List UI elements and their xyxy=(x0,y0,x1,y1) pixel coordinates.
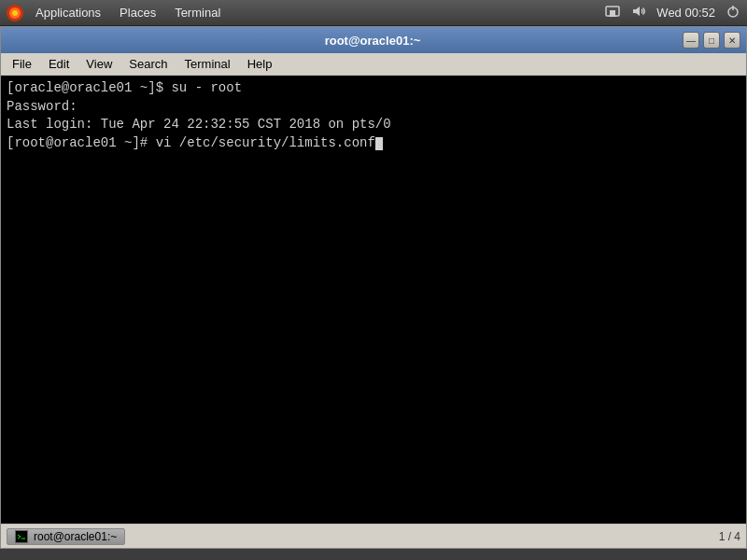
terminal-window: root@oracle01:~ — □ ✕ File Edit View Sea… xyxy=(0,26,747,549)
taskbar-left: Applications Places Terminal xyxy=(6,4,228,22)
menu-file[interactable]: File xyxy=(5,55,39,73)
window-controls: — □ ✕ xyxy=(683,32,740,49)
svg-marker-7 xyxy=(633,7,640,16)
menu-view[interactable]: View xyxy=(78,55,120,73)
terminal-line-2: Password: xyxy=(7,98,740,117)
terminal-small-icon xyxy=(15,530,28,543)
taskbar-terminal-btn[interactable]: root@oracle01:~ xyxy=(7,528,125,545)
maximize-button[interactable]: □ xyxy=(703,32,720,49)
places-menu[interactable]: Places xyxy=(112,4,163,21)
menu-terminal[interactable]: Terminal xyxy=(177,55,238,73)
taskbar-logo[interactable] xyxy=(6,4,24,22)
close-button[interactable]: ✕ xyxy=(724,32,740,49)
menu-help[interactable]: Help xyxy=(240,55,280,73)
status-bar: root@oracle01:~ 1 / 4 xyxy=(1,524,746,548)
volume-icon[interactable] xyxy=(630,3,647,22)
terminal-line-4: [root@oracle01 ~]# vi /etc/security/limi… xyxy=(7,134,740,153)
menu-bar: File Edit View Search Terminal Help xyxy=(1,53,746,76)
applications-menu[interactable]: Applications xyxy=(28,4,108,21)
terminal-cursor xyxy=(375,137,383,150)
window-title: root@oracle01:~ xyxy=(63,34,683,48)
terminal-menu[interactable]: Terminal xyxy=(167,4,228,21)
page-indicator: 1 / 4 xyxy=(719,530,740,543)
taskbar: Applications Places Terminal Wed 00:52 xyxy=(0,0,747,26)
menu-edit[interactable]: Edit xyxy=(41,55,77,73)
terminal-line-3: Last login: Tue Apr 24 22:32:55 CST 2018… xyxy=(7,116,740,134)
title-bar: root@oracle01:~ — □ ✕ xyxy=(1,27,746,53)
svg-rect-6 xyxy=(609,16,616,17)
minimize-button[interactable]: — xyxy=(683,32,699,49)
menu-search[interactable]: Search xyxy=(121,55,175,73)
taskbar-terminal-label: root@oracle01:~ xyxy=(34,530,117,543)
terminal-line-1: [oracle@oracle01 ~]$ su - root xyxy=(7,79,740,98)
terminal-content[interactable]: [oracle@oracle01 ~]$ su - root Password:… xyxy=(1,76,746,524)
datetime: Wed 00:52 xyxy=(656,6,715,20)
taskbar-right: Wed 00:52 xyxy=(604,3,741,22)
power-icon[interactable] xyxy=(725,3,741,22)
svg-point-2 xyxy=(12,10,18,16)
network-icon[interactable] xyxy=(604,3,621,22)
